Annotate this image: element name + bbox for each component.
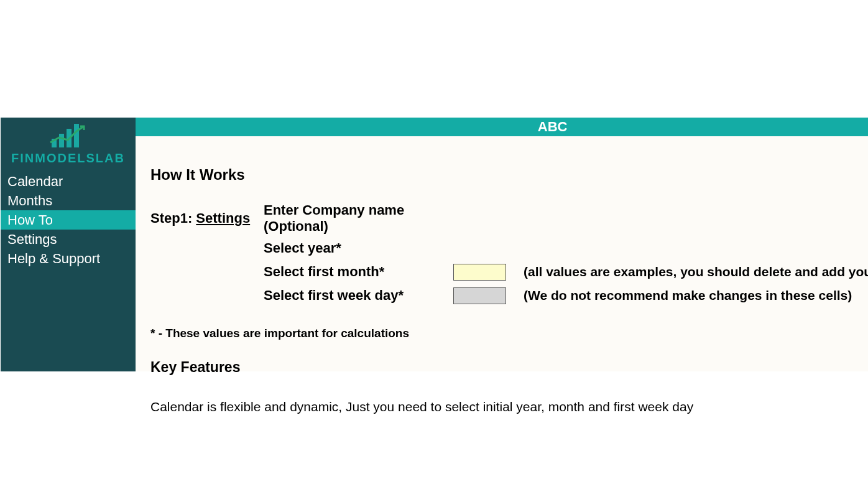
svg-rect-3	[74, 124, 79, 147]
step-row: Step1: Settings Enter Company name (Opti…	[150, 202, 868, 235]
instruction-cell	[453, 287, 506, 304]
svg-rect-1	[59, 134, 64, 147]
instruction-text: Select year*	[264, 240, 453, 256]
sidebar-item-label: Calendar	[7, 174, 63, 190]
step1-label: Step1: Settings	[150, 210, 264, 226]
sidebar-item-label: Help & Support	[7, 251, 100, 267]
main-panel: ABC How It Works Step1: Settings Enter C…	[136, 118, 868, 371]
sidebar-item-months[interactable]: Months	[1, 191, 136, 210]
example-cell-yellow	[453, 264, 506, 281]
section-title-key-features: Key Features	[150, 359, 868, 376]
example-cell-gray	[453, 287, 506, 304]
logo-chart-icon	[34, 120, 103, 150]
instruction-note: (all values are examples, you should del…	[524, 264, 868, 279]
logo-text: FINMODELSLAB	[1, 151, 136, 165]
content-area: How It Works Step1: Settings Enter Compa…	[136, 136, 868, 414]
instruction-note: (We do not recommend make changes in the…	[524, 288, 852, 303]
logo: FINMODELSLAB	[1, 118, 136, 172]
sidebar-item-help-support[interactable]: Help & Support	[1, 249, 136, 268]
instruction-cell	[453, 264, 506, 281]
sidebar-item-settings[interactable]: Settings	[1, 230, 136, 249]
instruction-text: Enter Company name (Optional)	[264, 202, 453, 235]
section-title-how-it-works: How It Works	[150, 166, 868, 184]
footnote: * - These values are important for calcu…	[150, 327, 868, 340]
instruction-row: Select first week day* (We do not recomm…	[150, 286, 868, 305]
feature-description: Calendar is flexible and dynamic, Just y…	[150, 399, 868, 414]
sidebar-item-label: Months	[7, 193, 52, 209]
header-title: ABC	[136, 118, 868, 136]
step1-settings-link[interactable]: Settings	[196, 210, 250, 226]
instruction-row: Select year*	[150, 238, 868, 258]
app-frame: FINMODELSLAB Calendar Months How To Sett…	[1, 118, 868, 371]
sidebar: FINMODELSLAB Calendar Months How To Sett…	[1, 118, 136, 371]
sidebar-item-calendar[interactable]: Calendar	[1, 172, 136, 191]
sidebar-item-label: Settings	[7, 231, 57, 248]
sidebar-item-label: How To	[7, 212, 53, 228]
step1-prefix: Step1:	[150, 210, 196, 226]
instruction-row: Select first month* (all values are exam…	[150, 262, 868, 282]
instruction-text: Select first week day*	[264, 287, 453, 304]
sidebar-item-how-to[interactable]: How To	[1, 210, 136, 230]
instruction-text: Select first month*	[264, 264, 453, 280]
